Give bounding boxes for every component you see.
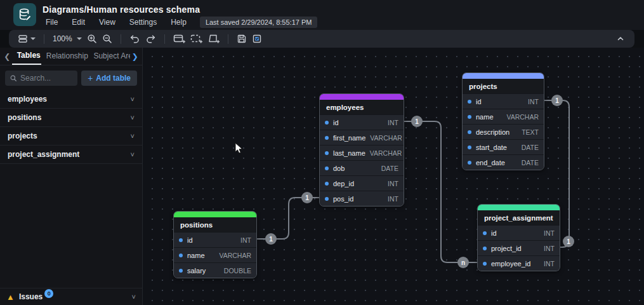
menu-bar: File Edit View Settings Help Last saved … <box>40 17 317 28</box>
table-list-item[interactable]: positions˅ <box>0 109 142 127</box>
entity-field-start_date[interactable]: start_dateDATE <box>463 139 544 154</box>
chevron-down-icon: ˅ <box>132 293 136 301</box>
entity-projects[interactable]: projectsidINTnameVARCHARdescriptionTEXTs… <box>462 72 544 170</box>
entity-title: projects <box>463 79 544 93</box>
menu-help[interactable]: Help <box>165 17 192 28</box>
entity-field-project_id[interactable]: project_idINT <box>478 240 560 255</box>
entity-field-first_name[interactable]: first_nameVARCHAR <box>320 130 404 145</box>
field-type: DATE <box>522 159 539 166</box>
tabs-scroll-right-icon[interactable]: ❯ <box>130 52 140 61</box>
table-list-item[interactable]: projects˅ <box>0 127 142 146</box>
entity-color-strip <box>174 212 256 217</box>
save-button[interactable] <box>234 32 249 46</box>
menu-settings[interactable]: Settings <box>124 17 162 28</box>
chevron-down-icon: ˅ <box>131 132 135 140</box>
entity-title: employees <box>320 100 404 114</box>
field-type: INT <box>240 236 251 244</box>
menu-edit[interactable]: Edit <box>66 17 91 28</box>
undo-button[interactable] <box>127 32 143 46</box>
entity-color-strip <box>320 94 404 100</box>
entity-field-salary[interactable]: salaryDOUBLE <box>174 262 256 278</box>
search-icon <box>10 74 16 82</box>
search-input[interactable] <box>20 74 72 83</box>
warning-icon: ▲ <box>6 293 15 301</box>
redo-button[interactable] <box>143 32 159 46</box>
tab-relationships[interactable]: Relationships <box>41 48 89 64</box>
field-dot-icon <box>468 115 471 119</box>
field-type: DATE <box>522 144 539 151</box>
cardinality-label: 1 <box>305 194 309 201</box>
field-type: VARCHAR <box>219 252 251 259</box>
entity-field-last_name[interactable]: last_nameVARCHAR <box>320 145 404 160</box>
table-list-item-label: project_assignment <box>8 150 79 159</box>
plus-icon: + <box>88 73 93 83</box>
entity-field-name[interactable]: nameVARCHAR <box>174 247 256 262</box>
field-name: employee_id <box>491 260 530 268</box>
field-dot-icon <box>483 262 487 266</box>
commit-log-button[interactable] <box>249 32 265 46</box>
field-dot-icon <box>325 151 329 155</box>
view-options-button[interactable] <box>15 32 38 46</box>
menu-file[interactable]: File <box>40 17 63 28</box>
table-list: employees˅positions˅projects˅project_ass… <box>0 90 142 164</box>
diagram-canvas[interactable]: 1n1111 employeesidINTfirst_nameVARCHARla… <box>143 48 644 305</box>
toolbar-divider <box>121 34 121 44</box>
entity-field-id[interactable]: idINT <box>320 114 404 130</box>
entity-field-name[interactable]: nameVARCHAR <box>463 109 544 124</box>
entity-project_assignment[interactable]: project_assignmentidINTproject_idINTempl… <box>477 204 560 271</box>
search-box[interactable] <box>5 71 77 86</box>
relationship-positions_id-to-employees_pos_id[interactable] <box>257 198 319 239</box>
field-name: pos_id <box>333 195 353 203</box>
entity-field-pos_id[interactable]: pos_idINT <box>320 191 404 206</box>
chevron-down-icon <box>77 37 82 40</box>
entity-field-dep_id[interactable]: dep_idINT <box>320 175 404 191</box>
table-list-item[interactable]: employees˅ <box>0 90 142 109</box>
zoom-level-dropdown[interactable]: 100% <box>50 32 84 46</box>
entity-employees[interactable]: employeesidINTfirst_nameVARCHARlast_name… <box>319 93 404 207</box>
field-type: VARCHAR <box>506 113 539 121</box>
entity-field-description[interactable]: descriptionTEXT <box>463 124 544 139</box>
field-name: name <box>476 113 494 121</box>
entity-color-strip <box>478 205 560 210</box>
field-name: end_date <box>476 159 505 166</box>
field-type: INT <box>544 245 555 252</box>
chevron-down-icon: ˅ <box>131 151 135 158</box>
zoom-in-button[interactable] <box>84 32 100 46</box>
collapse-toolbar-button[interactable] <box>613 32 628 46</box>
field-name: project_id <box>491 245 522 252</box>
entity-field-end_date[interactable]: end_dateDATE <box>463 154 544 170</box>
chevron-down-icon <box>30 37 36 40</box>
add-table-button[interactable]: + Add table <box>81 71 137 86</box>
app-header: Diagrams/Human resources schema File Edi… <box>0 0 644 30</box>
entity-field-id[interactable]: idINT <box>463 93 544 109</box>
field-name: id <box>491 229 497 237</box>
field-type: INT <box>388 195 398 203</box>
tab-subject-areas[interactable]: Subject Are <box>88 48 130 64</box>
field-name: dep_id <box>333 180 354 187</box>
entity-field-id[interactable]: idINT <box>478 225 560 240</box>
field-type: VARCHAR <box>370 134 402 142</box>
tab-tables[interactable]: Tables <box>12 48 41 65</box>
add-area-button[interactable] <box>188 32 205 46</box>
field-type: DOUBLE <box>224 267 251 274</box>
field-name: name <box>187 252 205 259</box>
field-dot-icon <box>468 100 471 104</box>
cardinality-label: n <box>461 259 465 266</box>
app-logo-icon[interactable] <box>13 3 36 26</box>
entity-field-employee_id[interactable]: employee_idINT <box>478 255 560 271</box>
table-list-item[interactable]: project_assignment˅ <box>0 146 142 164</box>
entity-field-id[interactable]: idINT <box>174 232 256 247</box>
field-name: start_date <box>476 144 507 151</box>
add-note-button[interactable] <box>205 32 222 46</box>
issues-panel-toggle[interactable]: ▲ Issues 0 ˅ <box>0 288 142 305</box>
table-list-item-label: projects <box>8 132 37 140</box>
table-list-item-label: employees <box>8 95 47 104</box>
entity-field-dob[interactable]: dobDATE <box>320 160 404 175</box>
field-type: INT <box>388 119 398 126</box>
menu-view[interactable]: View <box>93 17 121 28</box>
zoom-out-button[interactable] <box>100 32 115 46</box>
field-name: id <box>476 98 482 105</box>
tabs-scroll-left-icon[interactable]: ❮ <box>3 52 12 61</box>
add-table-button-toolbar[interactable] <box>171 32 188 46</box>
entity-positions[interactable]: positionsidINTnameVARCHARsalaryDOUBLE <box>173 211 257 278</box>
